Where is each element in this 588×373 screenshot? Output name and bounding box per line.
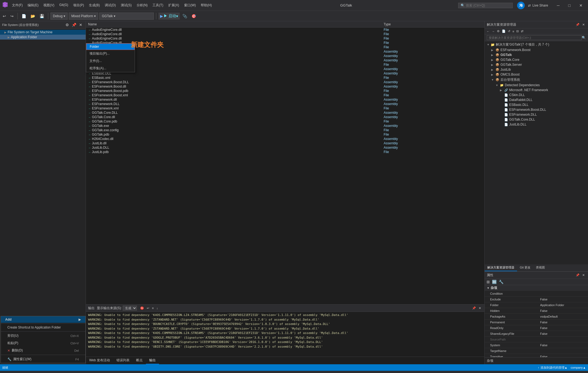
ctx-cut-item[interactable]: 剪切(U) Ctrl+X [1,332,85,339]
ctx-shortcut-item[interactable]: Create Shortcut to Application Folder [1,324,85,331]
menu-git[interactable]: Git(G) [57,2,70,9]
prop-row[interactable]: SourcePath [485,337,588,342]
file-row[interactable]: → ESFramework.Boost.DLL Assembly [86,80,484,84]
file-row[interactable]: → GGTalk.Core.pdb File [86,119,484,124]
menu-project[interactable]: 项目(P) [71,2,86,9]
menu-debug[interactable]: 调试(D) [103,2,118,9]
menu-window[interactable]: 窗口(W) [182,2,198,9]
file-row[interactable]: → ESFramework.xml File [86,106,484,111]
submenu-project-output-item[interactable]: 项目输出(P)... [86,50,135,57]
redo-button[interactable]: ↪ [9,13,15,19]
se-properties-button[interactable]: ⚙ [496,29,500,33]
ctx-props-item[interactable]: 🔧 属性窗口(W) F4 [1,356,85,363]
maximize-button[interactable]: □ [565,2,574,9]
attach-button[interactable]: 📎 [181,13,189,19]
prop-row[interactable]: PackageAs vsdpaDefault [485,314,588,320]
fs-root-node[interactable]: File System on Target Machine [0,30,86,35]
file-row[interactable]: → ESFramework.Boost.dll Assembly [86,84,484,89]
se-tab-solution[interactable]: 解决方案资源管理器 [485,264,517,271]
output-tab-web[interactable]: Web 发布活动 [86,357,113,364]
se-tree-node[interactable]: ▶ 📦 GGTalk [485,52,588,57]
file-row[interactable]: → ESFramework.Boost.pdb File [86,89,484,93]
menu-test[interactable]: 测试(S) [119,2,134,9]
file-row[interactable]: → ESFramework.DLL Assembly [86,102,484,106]
prop-row[interactable]: System False [485,342,588,348]
se-refresh-button[interactable]: ↺ [507,29,511,33]
file-row[interactable]: → JustLib.DLL Assembly [86,145,484,150]
file-row[interactable]: → H264Codec.dll Assembly [86,137,484,141]
save-button[interactable]: 💾 [38,13,46,19]
prop-group-header[interactable]: ▼杂项 [485,285,588,291]
props-pin-button[interactable]: 📌 [575,273,581,277]
file-row[interactable]: → ESBasic.xml File [86,76,484,80]
file-row[interactable]: → GGTalk.exe.config File [86,128,484,132]
menu-edit[interactable]: 编辑(E) [25,2,41,9]
se-tree-node[interactable]: ▶ 📦 JustLib [485,67,588,72]
se-pin-button[interactable]: 📌 [575,23,581,27]
output-clear-button[interactable]: ⛔ [139,306,145,310]
se-tree-node[interactable]: ▶ 📦 GGTalk.Server [485,62,588,67]
output-tab-errors[interactable]: 错误列表 [113,357,133,364]
prop-row[interactable]: TargetName [485,348,588,354]
se-collapse-button[interactable]: ⊟ [515,29,520,33]
output-wrap-button[interactable]: ↩ [146,306,150,310]
file-row[interactable]: → AudioEngineCore.dll File [86,32,484,36]
props-alpha-button[interactable]: 🔤 [491,279,497,284]
file-row[interactable]: → GGTalk.pdb File [86,132,484,137]
ctx-add-item[interactable]: Add ▶ [1,316,85,323]
output-scroll-button[interactable]: ↓ [155,306,159,310]
se-filter-button[interactable]: ≡ [512,29,515,33]
start-button[interactable]: ▶ ▶ 启动 ▾ [158,13,180,20]
se-tree-node[interactable]: 📄 JustLib.DLL [485,122,588,127]
submenu-folder-item[interactable]: Folder [86,43,135,50]
file-row[interactable]: → AudioEngineCore.dll File [86,28,484,32]
file-row[interactable]: → AudioEngineCore.dll File [86,36,484,41]
se-sync-button[interactable]: ⇄ [520,29,524,33]
se-solution-node[interactable]: 📁 解决方案'GGTalk'(7 个项目，共 7 个) [485,42,588,47]
menu-help[interactable]: 帮助(H) [199,2,214,9]
file-row[interactable]: → ESFramework.Boost.xml File [86,93,484,97]
se-tree-node[interactable]: ▶ 🔗 Microsoft .NET Framework [485,88,588,92]
se-nav-back-button[interactable]: ← [486,29,490,33]
prop-row[interactable]: Exclude False [485,297,588,302]
se-search-area[interactable]: 🔍 [485,34,588,41]
se-tab-git[interactable]: Git 更改 [517,264,533,271]
open-button[interactable]: 📂 [29,13,37,19]
se-tree-node[interactable]: ▶ 📦 GGTalk.Core [485,57,588,62]
ctx-paste-item[interactable]: 粘贴(P) Ctrl+V [1,339,85,347]
output-tab-output[interactable]: 输出 [146,357,159,364]
file-row[interactable]: → GGTalk.Core.dll Assembly [86,115,484,119]
file-row[interactable]: → JustLib.dll Assembly [86,141,484,145]
debug-target-button[interactable]: 🎯 [190,13,198,19]
prop-row[interactable]: Transitive False [485,354,588,357]
file-row[interactable]: → GGTalk.exe Assembly [86,124,484,128]
se-tree-node[interactable]: ▶ 📦 OMCS.Boost [485,72,588,77]
filesys-close-button[interactable]: ✕ [78,22,83,27]
se-tree-node[interactable]: 📄 ESFramework.Boost.DLL [485,107,588,112]
se-search-input[interactable] [487,35,582,40]
menu-view[interactable]: 视图(V) [41,2,56,9]
project-config-dropdown[interactable]: GGTalk ▾ [99,13,154,20]
ctx-delete-item[interactable]: ✕ 删除(D) Del [1,347,85,354]
minimize-button[interactable]: ─ [554,2,563,9]
se-tree-node[interactable]: ▼ 📁 Detected Dependencies [485,83,588,88]
platform-config-dropdown[interactable]: Mixed Platform ▾ [69,13,98,20]
fs-app-folder-node[interactable]: Application Folder [0,35,86,40]
se-close-button[interactable]: ✕ [581,23,586,27]
new-project-button[interactable]: 📄 [20,13,28,19]
status-source-control[interactable]: ↑ 添加到源代码管理▲ [538,366,567,370]
output-filter-button[interactable]: ≡ [151,306,155,310]
filesys-settings-button[interactable]: ⚙ [64,22,70,27]
close-button[interactable]: ✕ [576,2,586,9]
prop-row[interactable]: Permanent False [485,320,588,325]
submenu-assembly-item[interactable]: 程序集(A)... [86,65,135,72]
se-tree-node[interactable]: 📄 GGTalk.Core.DLL [485,117,588,122]
se-nav-fwd-button[interactable]: → [491,29,496,33]
debug-config-dropdown[interactable]: Debug ▾ [50,13,68,20]
live-share-button[interactable]: ⇄ Live Share [525,2,551,8]
file-row[interactable]: → JustLib.pdb File [86,150,484,154]
se-tree-node[interactable]: 📄 CSkin.DLL [485,92,588,97]
menu-tools[interactable]: 工具(T) [150,2,165,9]
user-avatar[interactable]: 海 [517,2,525,9]
props-pages-button[interactable]: 🔧 [498,279,504,284]
